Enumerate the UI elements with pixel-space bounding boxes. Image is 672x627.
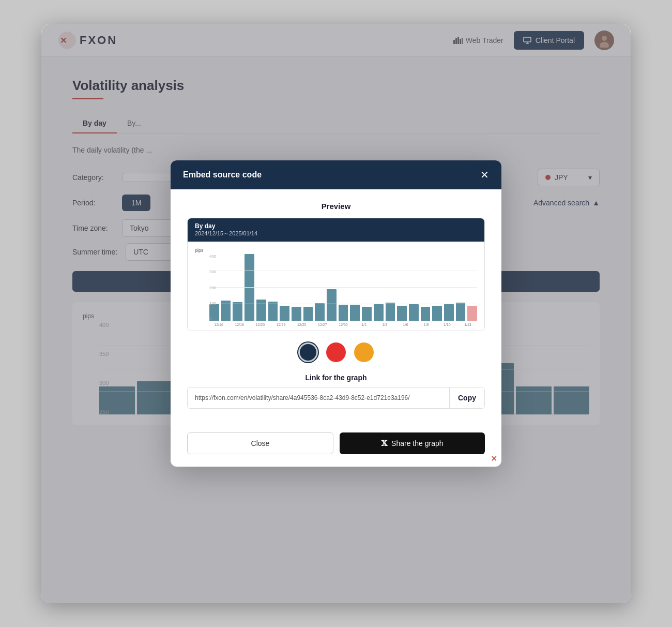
prev-bar-19 xyxy=(421,307,431,321)
prev-bar-5 xyxy=(256,300,266,321)
prev-bar-4 xyxy=(245,254,254,321)
swatch-orange[interactable] xyxy=(354,342,374,362)
prev-bar-20 xyxy=(432,306,442,321)
prev-bar-11 xyxy=(327,289,337,321)
color-swatches xyxy=(187,342,485,362)
preview-bars: 400 300 200 100 0 xyxy=(209,254,477,321)
swatch-red[interactable] xyxy=(326,342,346,362)
swatch-dark-blue[interactable] xyxy=(298,342,318,362)
prev-bar-13 xyxy=(350,305,360,321)
prev-bar-17 xyxy=(397,306,407,321)
copy-button[interactable]: Copy xyxy=(449,387,484,408)
preview-chart-header: By day 2024/12/15～2025/01/14 xyxy=(188,218,484,242)
browser-window: ✕ FXON Web Trader xyxy=(41,24,631,603)
preview-chart-date: 2024/12/15～2025/01/14 xyxy=(195,230,477,237)
x-twitter-icon: 𝕏 xyxy=(381,439,387,448)
prev-bar-3 xyxy=(233,302,242,321)
link-section-title: Link for the graph xyxy=(187,374,485,382)
modal-close-button[interactable]: ✕ xyxy=(480,170,489,180)
prev-bar-8 xyxy=(292,307,301,321)
prev-bar-1 xyxy=(209,304,219,321)
preview-chart: By day 2024/12/15～2025/01/14 pips 400 xyxy=(187,218,485,331)
prev-bar-22 xyxy=(456,303,466,321)
modal-title: Embed source code xyxy=(183,170,262,180)
prev-bar-23 xyxy=(467,306,477,321)
prev-bar-14 xyxy=(362,307,372,321)
link-input[interactable] xyxy=(188,388,449,408)
prev-bar-21 xyxy=(444,304,454,321)
embed-modal: Embed source code ✕ Preview By day 2024/… xyxy=(171,160,501,467)
share-button[interactable]: 𝕏 Share the graph xyxy=(340,432,485,454)
link-input-row: Copy xyxy=(187,387,485,409)
preview-chart-type: By day xyxy=(195,222,477,230)
share-button-label: Share the graph xyxy=(391,439,443,447)
preview-chart-body: pips 400 300 200 100 xyxy=(188,242,484,331)
prev-bar-9 xyxy=(303,307,313,321)
preview-title: Preview xyxy=(187,202,485,211)
prev-bar-7 xyxy=(280,306,289,321)
modal-body: Preview By day 2024/12/15～2025/01/14 pip… xyxy=(171,189,501,432)
modal-footer: Close 𝕏 Share the graph xyxy=(171,432,501,467)
prev-bar-16 xyxy=(386,303,395,321)
prev-bar-15 xyxy=(374,304,384,321)
preview-x-labels: 12/16 12/18 12/20 12/23 12/25 12/27 12/3… xyxy=(209,323,477,326)
prev-bar-10 xyxy=(315,303,325,321)
prev-bar-12 xyxy=(339,305,348,321)
prev-bar-6 xyxy=(268,302,278,321)
close-button[interactable]: Close xyxy=(187,432,333,454)
modal-header: Embed source code ✕ xyxy=(171,160,501,189)
prev-bar-18 xyxy=(409,304,419,321)
preview-pips-label: pips xyxy=(195,248,477,253)
